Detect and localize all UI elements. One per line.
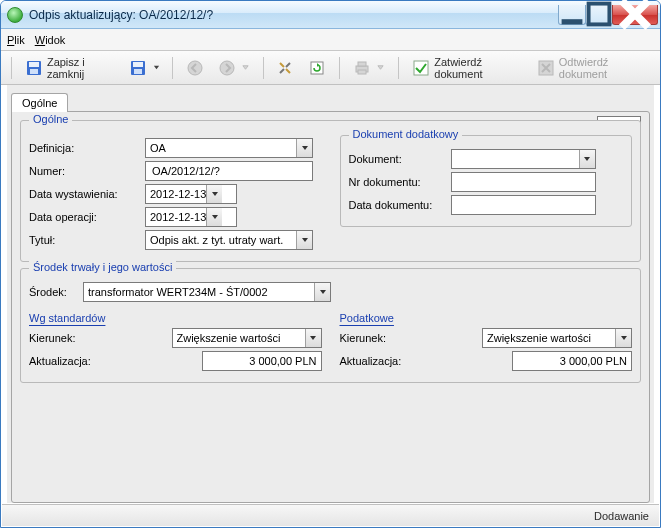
group-additional-legend: Dokument dodatkowy xyxy=(349,128,463,140)
tax-dir-label: Kierunek: xyxy=(340,332,420,344)
check-icon xyxy=(413,60,429,76)
standards-upd-value: 3 000,00 PLN xyxy=(249,352,316,370)
refresh-icon xyxy=(309,60,325,76)
tax-upd-value: 3 000,00 PLN xyxy=(560,352,627,370)
issue-date-label: Data wystawienia: xyxy=(29,188,139,200)
chevron-down-icon xyxy=(296,231,312,249)
docnum-input[interactable] xyxy=(456,173,591,191)
window-buttons xyxy=(559,5,658,25)
dropdown-icon xyxy=(242,64,249,71)
approve-button[interactable]: Zatwierdź dokument xyxy=(407,56,528,80)
standards-dir-value: Zwiększenie wartości xyxy=(177,329,281,347)
standards-dir-combo[interactable]: Zwiększenie wartości xyxy=(172,328,322,348)
standards-upd-label: Aktualizacja: xyxy=(29,355,109,367)
svg-rect-7 xyxy=(134,69,142,74)
asset-combo[interactable]: transformator WERT234M - ŚT/0002 xyxy=(83,282,331,302)
chevron-down-icon xyxy=(206,208,222,226)
chevron-down-icon xyxy=(296,139,312,157)
definition-combo[interactable]: OA xyxy=(145,138,313,158)
approve-label: Zatwierdź dokument xyxy=(434,56,522,80)
unapprove-label: Odtwierdź dokument xyxy=(559,56,648,80)
print-button[interactable] xyxy=(348,56,390,80)
svg-rect-3 xyxy=(29,62,39,67)
maximize-icon xyxy=(586,1,612,27)
group-general-legend: Ogólne xyxy=(29,113,72,125)
close-icon xyxy=(613,0,657,36)
unapprove-button[interactable]: Odtwierdź dokument xyxy=(532,56,654,80)
number-input[interactable] xyxy=(150,162,308,180)
toolbar: Zapisz i zamknij Z xyxy=(1,51,660,85)
tax-legend: Podatkowe xyxy=(340,312,633,324)
chevron-down-icon xyxy=(314,283,330,301)
tab-page-general: Zatwierdzony: Nie Ogólne Definicja: OA xyxy=(11,111,650,503)
close-button[interactable] xyxy=(612,5,658,25)
operation-date-label: Data operacji: xyxy=(29,211,139,223)
title-bar: Odpis aktualizujący: OA/2012/12/? xyxy=(1,1,660,29)
definition-value: OA xyxy=(150,139,166,157)
number-field[interactable] xyxy=(145,161,313,181)
tab-strip: Ogólne xyxy=(11,89,650,111)
group-general: Ogólne Definicja: OA Numer: xyxy=(20,120,641,262)
chevron-down-icon xyxy=(206,185,222,203)
issue-date-picker[interactable]: 2012-12-13 xyxy=(145,184,237,204)
tools-icon xyxy=(277,60,293,76)
docnum-field[interactable] xyxy=(451,172,596,192)
standards-upd-field[interactable]: 3 000,00 PLN xyxy=(202,351,322,371)
tax-upd-field[interactable]: 3 000,00 PLN xyxy=(512,351,632,371)
docdate-input[interactable] xyxy=(456,196,591,214)
tools-button[interactable] xyxy=(271,56,299,80)
minimize-button[interactable] xyxy=(558,5,586,25)
tab-general[interactable]: Ogólne xyxy=(11,93,68,112)
minimize-icon xyxy=(559,1,585,27)
svg-rect-1 xyxy=(589,4,610,25)
svg-rect-4 xyxy=(30,69,38,74)
svg-rect-13 xyxy=(358,70,366,74)
chevron-down-icon xyxy=(579,150,595,168)
svg-rect-6 xyxy=(133,62,143,67)
arrow-right-icon xyxy=(219,60,235,76)
docnum-label: Nr dokumentu: xyxy=(349,176,445,188)
tax-dir-value: Zwiększenie wartości xyxy=(487,329,591,347)
arrow-left-icon xyxy=(187,60,203,76)
number-label: Numer: xyxy=(29,165,139,177)
app-window: Odpis aktualizujący: OA/2012/12/? Plik W… xyxy=(0,0,661,528)
tax-dir-combo[interactable]: Zwiększenie wartości xyxy=(482,328,632,348)
printer-icon xyxy=(354,60,370,76)
standards-legend: Wg standardów xyxy=(29,312,322,324)
status-bar: Dodawanie xyxy=(2,504,659,526)
title-label: Tytuł: xyxy=(29,234,139,246)
menu-view[interactable]: Widok xyxy=(35,34,66,46)
doc-label: Dokument: xyxy=(349,153,445,165)
x-icon xyxy=(538,60,554,76)
dropdown-icon xyxy=(377,64,384,71)
dropdown-icon xyxy=(153,64,160,71)
nav-forward-button[interactable] xyxy=(213,56,255,80)
chevron-down-icon xyxy=(305,329,321,347)
maximize-button[interactable] xyxy=(585,5,613,25)
operation-date-picker[interactable]: 2012-12-13 xyxy=(145,207,237,227)
standards-dir-label: Kierunek: xyxy=(29,332,109,344)
asset-label: Środek: xyxy=(29,286,77,298)
docdate-label: Data dokumentu: xyxy=(349,199,445,211)
title-combo[interactable]: Odpis akt. z tyt. utraty wart. xyxy=(145,230,313,250)
group-asset: Środek trwały i jego wartości Środek: tr… xyxy=(20,268,641,383)
save-button[interactable] xyxy=(126,56,164,80)
chevron-down-icon xyxy=(615,329,631,347)
doc-combo[interactable] xyxy=(451,149,596,169)
asset-value: transformator WERT234M - ŚT/0002 xyxy=(88,283,268,301)
save-icon xyxy=(26,60,42,76)
docdate-field[interactable] xyxy=(451,195,596,215)
save-icon-small xyxy=(130,60,146,76)
svg-rect-12 xyxy=(358,62,366,66)
refresh-button[interactable] xyxy=(303,56,331,80)
menu-bar: Plik Widok xyxy=(1,29,660,51)
save-close-label: Zapisz i zamknij xyxy=(47,56,116,80)
svg-rect-0 xyxy=(562,19,583,24)
menu-file[interactable]: Plik xyxy=(7,34,25,46)
save-close-button[interactable]: Zapisz i zamknij xyxy=(20,56,122,80)
group-standards: Wg standardów Kierunek: Zwiększenie wart… xyxy=(29,306,322,374)
content-area: Ogólne Zatwierdzony: Nie Ogólne Definicj… xyxy=(7,85,654,503)
tax-upd-label: Aktualizacja: xyxy=(340,355,420,367)
operation-date-value: 2012-12-13 xyxy=(150,208,206,226)
nav-back-button[interactable] xyxy=(181,56,209,80)
